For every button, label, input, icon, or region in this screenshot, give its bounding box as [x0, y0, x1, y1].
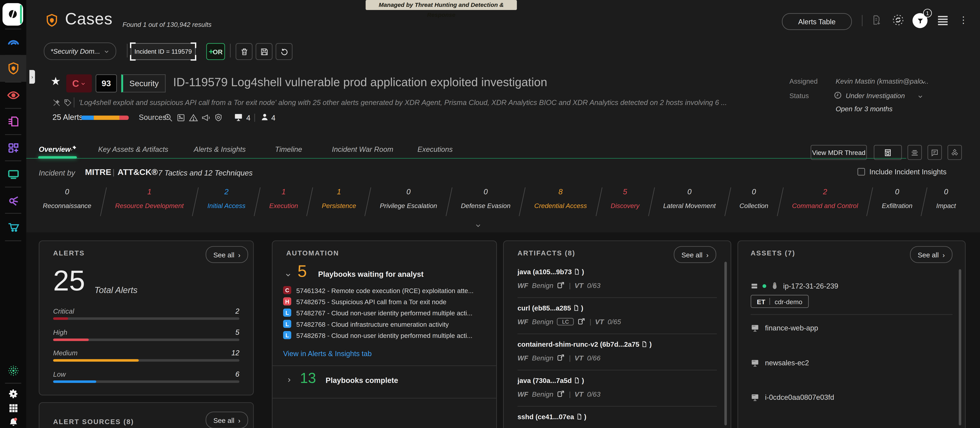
active-filter-chip[interactable]: Incident ID = 119579: [130, 43, 196, 60]
comments-button[interactable]: [928, 145, 942, 160]
sidebar-item-settings[interactable]: [0, 386, 26, 401]
sidebar-item-query-graph[interactable]: [0, 187, 26, 213]
asset-row[interactable]: finance-web-app: [751, 323, 818, 333]
severity-dropdown[interactable]: C: [66, 74, 92, 92]
pin-off-icon[interactable]: [52, 99, 60, 107]
automation-alert-row[interactable]: L 57482767 - Cloud non-user identity per…: [283, 309, 488, 317]
tactic-privilege-escalation[interactable]: 0Privilege Escalation: [368, 187, 449, 209]
tab-key-assets-artifacts[interactable]: Key Assets & Artifacts: [98, 146, 169, 153]
tag-icon[interactable]: [64, 99, 72, 107]
divider: [127, 44, 127, 57]
tactic-collection[interactable]: 0Collection: [728, 187, 780, 209]
sidebar-item-threat-intel[interactable]: [0, 82, 26, 108]
chevron-down-icon[interactable]: [918, 94, 923, 99]
share-icon[interactable]: [557, 281, 565, 289]
artifact-name[interactable]: sshd (ce41...07ea ): [517, 413, 586, 420]
share-icon[interactable]: [578, 317, 585, 325]
alerts-table-button[interactable]: Alerts Table: [782, 13, 852, 30]
share-icon[interactable]: [557, 353, 565, 361]
alert-sources-card: ALERT SOURCES (8) See all ›: [39, 402, 254, 428]
save-filter-button[interactable]: [256, 43, 272, 60]
artifact-name[interactable]: containerd-shim-runc-v2 (6b7d...2a75 ): [517, 341, 652, 348]
artifacts-scrollbar[interactable]: [724, 262, 727, 425]
sidebar-item-marketplace[interactable]: [0, 213, 26, 239]
assets-see-all-button[interactable]: See all ›: [910, 246, 953, 263]
tactic-reconnaissance[interactable]: 0Reconnaissance: [31, 187, 103, 209]
field-selector-dropdown[interactable]: *Security Dom...: [44, 43, 116, 60]
automation-alert-row[interactable]: H 57482675 - Suspicious API call from a …: [283, 297, 488, 305]
artifact-name[interactable]: curl (eb85...a285 ): [517, 304, 583, 312]
chevron-down-icon: [81, 81, 86, 86]
kebab-menu-icon[interactable]: ⋮: [959, 14, 968, 25]
chevron-right-icon[interactable]: [286, 377, 292, 383]
tactic-execution[interactable]: 1Execution: [258, 187, 310, 209]
tactic-resource-development[interactable]: 1Resource Development: [103, 187, 195, 209]
automation-alert-row[interactable]: L 57482768 - Cloud infrastructure enumer…: [283, 320, 488, 328]
sidebar-item-terminal[interactable]: [0, 161, 26, 187]
refresh-icon[interactable]: [892, 14, 904, 26]
chevron-down-icon[interactable]: [285, 272, 291, 278]
tactic-lateral-movement[interactable]: 0Lateral Movement: [652, 187, 727, 209]
sidebar-item-app-launcher[interactable]: [0, 400, 26, 415]
artifacts-see-all-button[interactable]: See all ›: [674, 246, 716, 263]
reset-filter-button[interactable]: [275, 43, 293, 60]
artifact-meta: WF Benign | VT 0/66: [517, 353, 600, 361]
automation-alert-row[interactable]: L 57482678 - Cloud non-user identity per…: [283, 331, 488, 339]
artifact-meta: WF Benign LC | VT 0/65: [517, 317, 621, 325]
assigned-value[interactable]: Kevin Mastin (kmastin@palo...: [835, 78, 929, 85]
tactic-command-and-control[interactable]: 2Command and Control: [781, 187, 870, 209]
tab-overview[interactable]: Overview: [39, 146, 71, 153]
layout-toggle-button[interactable]: [874, 145, 902, 160]
view-mdr-thread-button[interactable]: View MDR Thread: [811, 145, 867, 160]
tactic-defense-evasion[interactable]: 0Defense Evasion: [449, 187, 522, 209]
export-icon[interactable]: [871, 14, 882, 25]
chevron-down-icon[interactable]: [921, 79, 926, 85]
asset-tag-chip[interactable]: ET cdr-demo: [751, 295, 809, 308]
tab-alerts-insights[interactable]: Alerts & Insights: [194, 146, 246, 153]
chevron-right-icon: ›: [943, 251, 945, 258]
tab-incident-war-room[interactable]: Incident War Room: [332, 146, 393, 153]
share-icon[interactable]: [557, 390, 565, 398]
artifact-name[interactable]: java (730a...7a5d ): [517, 377, 584, 384]
star-favorite-icon[interactable]: ★: [51, 74, 60, 88]
include-insights-checkbox[interactable]: [858, 168, 865, 176]
pin-icon[interactable]: [70, 145, 77, 152]
blocks-button[interactable]: [947, 145, 962, 160]
sidebar-item-cases[interactable]: [0, 55, 26, 82]
users-count: 4: [271, 114, 275, 122]
tab-executions[interactable]: Executions: [417, 146, 453, 153]
incident-title[interactable]: ID-119579 Log4shell vulnerable prod appl…: [173, 76, 547, 89]
sidebar-item-asset-groups[interactable]: [0, 135, 26, 161]
sidebar-item-dashboard[interactable]: [0, 29, 26, 55]
app-logo[interactable]: [3, 3, 23, 26]
tactic-exfiltration[interactable]: 0Exfiltration: [870, 187, 924, 209]
node-graph-icon: [6, 193, 20, 206]
alerts-see-all-button[interactable]: See all ›: [205, 246, 248, 263]
assets-scrollbar[interactable]: [959, 269, 961, 425]
view-alerts-insights-link[interactable]: View in Alerts & Insights tab: [283, 350, 372, 357]
add-or-filter-button[interactable]: + OR: [206, 43, 225, 60]
asset-row-host[interactable]: ip-172-31-26-239: [751, 281, 838, 290]
status-value[interactable]: Under Investigation: [846, 92, 905, 99]
tab-timeline[interactable]: Timeline: [275, 146, 302, 153]
summary-view-button[interactable]: [907, 145, 922, 160]
see-all-label: See all: [213, 251, 234, 258]
tactic-initial-access[interactable]: 2Initial Access: [196, 187, 257, 209]
asset-row[interactable]: newsales-ec2: [751, 358, 809, 367]
tactic-credential-access[interactable]: 8Credential Access: [523, 187, 598, 209]
menu-lines-icon[interactable]: [937, 15, 949, 26]
sidebar-item-notifications[interactable]: [0, 414, 26, 428]
delete-filter-button[interactable]: [235, 43, 253, 60]
tactic-persistence[interactable]: 1Persistence: [310, 187, 368, 209]
tactic-discovery[interactable]: 5Discovery: [599, 187, 651, 209]
sidebar-item-ai-assist[interactable]: [0, 357, 26, 384]
automation-alert-row[interactable]: C 57461342 - Remote code execution (RCE)…: [283, 286, 488, 294]
asset-row[interactable]: i-0cdce0aa0807e03fd: [751, 393, 834, 402]
alert-sources-see-all-button[interactable]: See all ›: [205, 412, 248, 428]
tactic-impact[interactable]: 0Impact: [925, 187, 967, 209]
expand-panel-tab[interactable]: ›: [29, 70, 35, 84]
sidebar-item-reports[interactable]: [0, 108, 26, 135]
artifact-name[interactable]: java (a105...9b73 ): [517, 268, 584, 276]
include-insights-label[interactable]: Include Incident Insights: [869, 168, 947, 176]
collapse-section-chevron[interactable]: [474, 222, 482, 228]
